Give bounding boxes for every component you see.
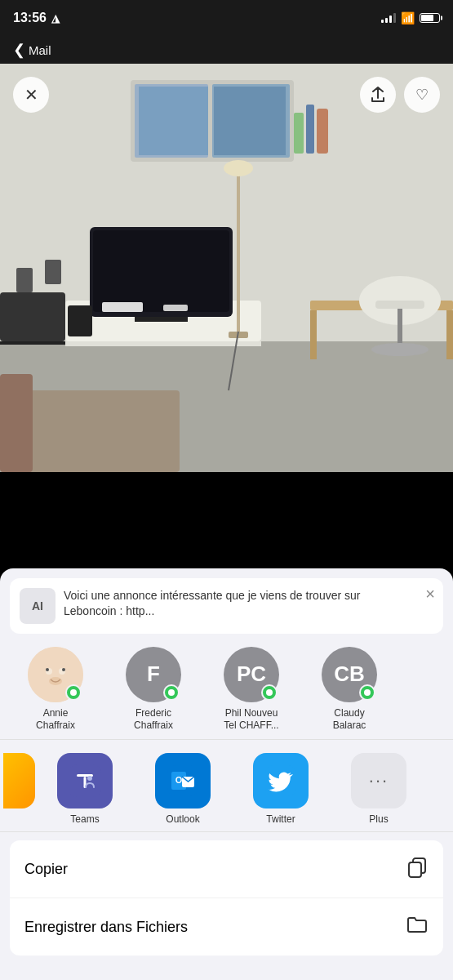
outlook-app-label: Outlook [166, 813, 199, 825]
svg-rect-15 [68, 305, 92, 336]
app-more[interactable]: ··· Plus [330, 753, 428, 825]
teams-app-label: Teams [70, 813, 99, 825]
svg-text:O: O [175, 775, 183, 785]
contact-avatar-phil: PC [224, 647, 279, 702]
outlook-app-icon: O [155, 753, 211, 808]
svg-rect-11 [65, 341, 261, 346]
location-icon: ◮ [51, 12, 60, 24]
svg-point-42 [168, 689, 175, 696]
contact-avatar-annie [28, 647, 83, 702]
messages-badge-phil [261, 684, 278, 701]
status-left: 13:56 ◮ [13, 11, 60, 25]
svg-rect-7 [294, 113, 304, 154]
svg-rect-30 [0, 292, 65, 341]
save-files-label: Enregistrer dans Fichiers [24, 919, 188, 936]
contact-name-frederic: FredericChaffraix [134, 707, 173, 733]
svg-rect-9 [317, 109, 328, 154]
status-time: 13:56 [13, 11, 47, 25]
favorite-button[interactable]: ♡ [404, 77, 440, 113]
twitter-app-label: Twitter [266, 813, 295, 825]
svg-point-39 [46, 668, 49, 671]
status-bar: 13:56 ◮ 📶 [0, 0, 453, 36]
app-teams[interactable]: Teams [36, 753, 134, 825]
svg-point-43 [266, 689, 273, 696]
svg-rect-33 [45, 260, 61, 284]
svg-point-38 [49, 677, 62, 685]
more-app-label: Plus [369, 813, 388, 825]
more-app-icon: ··· [351, 753, 406, 808]
svg-rect-16 [102, 302, 143, 312]
messages-badge-frederic [163, 684, 180, 701]
svg-rect-14 [135, 317, 188, 322]
signal-icon [381, 13, 396, 23]
svg-rect-32 [16, 268, 33, 292]
save-files-action[interactable]: Enregistrer dans Fichiers [10, 898, 443, 956]
svg-rect-55 [409, 862, 421, 877]
share-sheet: AI Voici une annonce intéressante que je… [0, 568, 453, 980]
messages-badge-claudy [359, 684, 375, 701]
svg-rect-23 [446, 310, 453, 359]
contact-name-phil: Phil NouveuTel CHAFF... [224, 707, 278, 733]
svg-rect-6 [214, 87, 286, 155]
svg-rect-18 [237, 170, 240, 333]
bottom-space [0, 956, 453, 980]
divider-2 [0, 831, 453, 832]
svg-rect-5 [139, 87, 208, 155]
nav-bar: ❮ Mail [0, 36, 453, 64]
svg-rect-25 [375, 301, 424, 309]
svg-point-27 [371, 343, 429, 356]
folder-icon [406, 913, 429, 941]
wifi-icon: 📶 [401, 11, 415, 24]
contact-frederic[interactable]: F FredericChaffraix [104, 647, 202, 733]
message-preview: AI Voici une annonce intéressante que je… [10, 578, 443, 634]
svg-rect-31 [0, 341, 65, 345]
close-button[interactable]: ✕ [13, 77, 49, 113]
app-twitter[interactable]: Twitter [232, 753, 330, 825]
svg-point-48 [87, 776, 92, 781]
svg-point-40 [62, 668, 65, 671]
teams-app-icon [57, 753, 113, 808]
message-preview-text: Voici une annonce intéressante que je vi… [64, 588, 414, 620]
contact-phil[interactable]: PC Phil NouveuTel CHAFF... [202, 647, 300, 733]
photo-area: ✕ ♡ [0, 64, 453, 472]
ai-icon: AI [20, 588, 56, 624]
contact-name-claudy: ClaudyBalarac [333, 707, 366, 733]
apps-row: . Teams [0, 740, 453, 831]
svg-rect-8 [306, 105, 314, 154]
svg-rect-17 [163, 305, 188, 311]
svg-point-19 [224, 160, 253, 176]
svg-rect-29 [0, 374, 33, 472]
copy-icon [406, 855, 429, 883]
contact-claudy[interactable]: CB ClaudyBalarac [300, 647, 398, 733]
svg-rect-13 [93, 230, 229, 312]
svg-point-44 [364, 689, 371, 696]
svg-rect-22 [310, 310, 317, 359]
contact-avatar-claudy: CB [322, 647, 377, 702]
battery-icon [420, 13, 440, 23]
copy-action[interactable]: Copier [10, 840, 443, 898]
contact-avatar-frederic: F [126, 647, 181, 702]
back-arrow-icon[interactable]: ❮ [13, 41, 25, 59]
contact-name-annie: AnnieChaffraix [36, 707, 75, 733]
back-label[interactable]: Mail [29, 43, 51, 57]
status-right: 📶 [381, 11, 440, 24]
copy-label: Copier [24, 861, 68, 878]
action-row: Copier Enregistrer dans Fichiers [10, 840, 443, 956]
app-partial-left[interactable]: . [3, 753, 36, 825]
contacts-row: AnnieChaffraix F FredericChaffraix PC Ph… [0, 634, 453, 739]
svg-point-41 [70, 689, 77, 696]
share-button[interactable] [360, 77, 396, 113]
contact-annie[interactable]: AnnieChaffraix [7, 647, 104, 733]
message-close-button[interactable]: × [425, 585, 435, 604]
twitter-app-icon [253, 753, 309, 808]
messages-badge-annie [65, 684, 82, 701]
app-outlook[interactable]: O Outlook [134, 753, 232, 825]
